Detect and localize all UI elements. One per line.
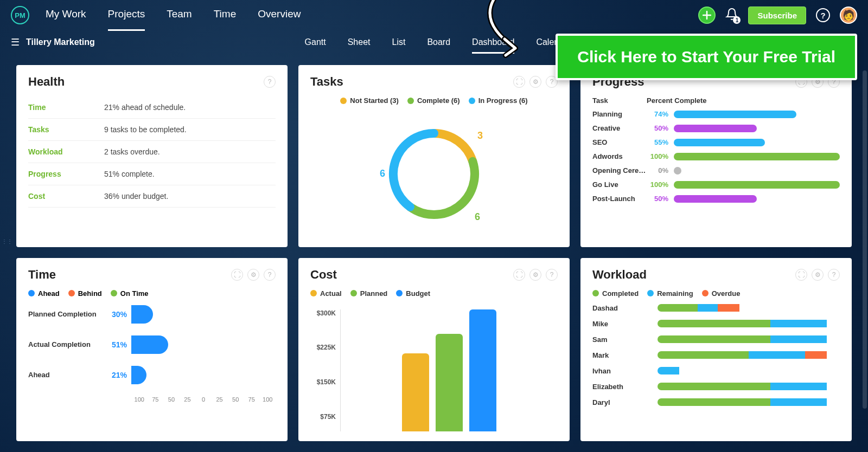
- health-title: Health: [28, 75, 264, 89]
- progress-header-task: Task: [592, 96, 647, 105]
- nav-item-overview[interactable]: Overview: [258, 8, 301, 22]
- cta-banner[interactable]: Click Here to Start Your Free Trial: [556, 34, 857, 80]
- cost-bar-chart: $300K$225K$150K$75K: [310, 304, 558, 432]
- gear-icon[interactable]: ⚙: [812, 269, 824, 281]
- legend-dot-icon: [68, 290, 75, 296]
- tasks-card: Tasks ⛶ ⚙ ? Not Started (3)Complete (6)I…: [298, 65, 570, 247]
- gear-icon[interactable]: ⚙: [247, 269, 259, 281]
- time-pct-label: 51%: [110, 340, 131, 349]
- progress-bar: [674, 181, 840, 189]
- gear-icon[interactable]: ⚙: [529, 269, 541, 281]
- legend-label: Overdue: [712, 289, 741, 298]
- health-value: 21% ahead of schedule.: [104, 103, 186, 112]
- help-icon[interactable]: ?: [828, 269, 840, 281]
- help-icon[interactable]: ?: [264, 76, 276, 88]
- plus-icon: [703, 11, 711, 20]
- add-button[interactable]: [698, 7, 716, 24]
- health-label: Time: [28, 103, 104, 112]
- time-bar-track: [131, 305, 276, 324]
- workload-segment: [698, 304, 718, 312]
- workload-row: Ivhan: [592, 367, 840, 375]
- cost-title: Cost: [310, 268, 513, 282]
- progress-task-label: Planning: [592, 110, 647, 118]
- view-tab-gantt[interactable]: Gantt: [305, 37, 326, 47]
- progress-task-label: Go Live: [592, 180, 647, 189]
- workload-row: Mark: [592, 351, 840, 359]
- progress-row: Go Live100%: [592, 180, 840, 189]
- legend-item: Overdue: [702, 289, 741, 298]
- nav-item-projects[interactable]: Projects: [108, 8, 145, 22]
- workload-segment: [770, 398, 827, 406]
- rail-handle-icon[interactable]: ⋮⋮: [2, 238, 12, 244]
- workload-bar-track: [658, 383, 840, 390]
- legend-label: Complete (6): [417, 96, 460, 105]
- progress-bar-track: [674, 167, 840, 175]
- progress-pct-label: 50%: [647, 195, 674, 203]
- donut-label-notstarted: 3: [477, 130, 483, 141]
- time-axis: 1007550250255075100: [131, 396, 276, 403]
- view-tab-board[interactable]: Board: [427, 37, 450, 47]
- health-card: Health ? Time21% ahead of schedule.Tasks…: [16, 65, 288, 247]
- time-row: Planned Completion30%: [28, 305, 276, 324]
- legend-dot-icon: [702, 290, 709, 296]
- progress-task-label: Opening Cere…: [592, 166, 647, 175]
- axis-tick: 75: [148, 396, 164, 403]
- progress-bar-track: [674, 153, 840, 160]
- subscribe-button[interactable]: Subscribe: [748, 7, 806, 24]
- legend-label: Actual: [320, 289, 342, 298]
- gear-icon[interactable]: ⚙: [529, 76, 541, 88]
- cost-bar: [436, 334, 463, 431]
- legend-item: In Progress (6): [469, 96, 528, 105]
- health-row: Cost36% under budget.: [28, 185, 276, 208]
- legend-label: Remaining: [657, 289, 693, 298]
- workload-segment: [770, 320, 827, 327]
- app-logo[interactable]: PM: [11, 6, 29, 24]
- help-button[interactable]: ?: [816, 8, 830, 22]
- legend-item: Complete (6): [407, 96, 460, 105]
- expand-icon[interactable]: ⛶: [513, 76, 525, 88]
- legend-dot-icon: [647, 290, 654, 296]
- scrollbar[interactable]: [863, 70, 867, 409]
- nav-item-my-work[interactable]: My Work: [46, 8, 86, 22]
- expand-icon[interactable]: ⛶: [795, 269, 807, 281]
- time-pct-label: 30%: [110, 310, 131, 319]
- workload-segment: [805, 351, 827, 359]
- progress-bar: [674, 139, 765, 146]
- project-name: Tillery Marketing: [26, 37, 95, 47]
- workload-segment: [718, 304, 739, 312]
- expand-icon[interactable]: ⛶: [231, 269, 243, 281]
- view-tab-list[interactable]: List: [392, 37, 405, 47]
- health-row: Workload2 tasks overdue.: [28, 141, 276, 163]
- notifications-button[interactable]: 1: [725, 8, 738, 23]
- tasks-legend: Not Started (3)Complete (6)In Progress (…: [310, 96, 558, 105]
- progress-row: Opening Cere…0%: [592, 166, 840, 175]
- menu-toggle[interactable]: ☰: [11, 36, 20, 48]
- progress-bar-track: [674, 139, 840, 146]
- view-tab-sheet[interactable]: Sheet: [348, 37, 371, 47]
- expand-icon[interactable]: ⛶: [513, 269, 525, 281]
- workload-bar-track: [658, 351, 840, 359]
- help-icon[interactable]: ?: [546, 269, 558, 281]
- legend-item: Behind: [68, 289, 102, 298]
- yaxis-tick: $75K: [310, 413, 336, 421]
- axis-tick: 25: [212, 396, 228, 403]
- health-value: 9 tasks to be completed.: [104, 125, 187, 134]
- workload-row: Elizabeth: [592, 383, 840, 391]
- legend-label: In Progress (6): [478, 96, 528, 105]
- progress-row: Post-Launch50%: [592, 195, 840, 203]
- time-pct-label: 21%: [110, 371, 131, 379]
- progress-card: Progress ⛶ ⚙ ? Task Percent Complete Pla…: [580, 65, 852, 247]
- workload-segment: [658, 335, 770, 343]
- progress-bar: [674, 195, 757, 203]
- progress-row: Planning74%: [592, 110, 840, 118]
- health-value: 2 tasks overdue.: [104, 147, 160, 156]
- nav-item-time[interactable]: Time: [214, 8, 237, 22]
- user-avatar[interactable]: 🧑: [840, 7, 857, 24]
- help-icon[interactable]: ?: [264, 269, 276, 281]
- time-bar: [131, 305, 153, 324]
- nav-item-team[interactable]: Team: [167, 8, 192, 22]
- donut-label-complete: 6: [475, 211, 480, 222]
- top-navigation: PM My WorkProjectsTeamTimeOverview 1 Sub…: [0, 0, 868, 30]
- axis-tick: 100: [260, 396, 276, 403]
- health-label: Progress: [28, 170, 104, 178]
